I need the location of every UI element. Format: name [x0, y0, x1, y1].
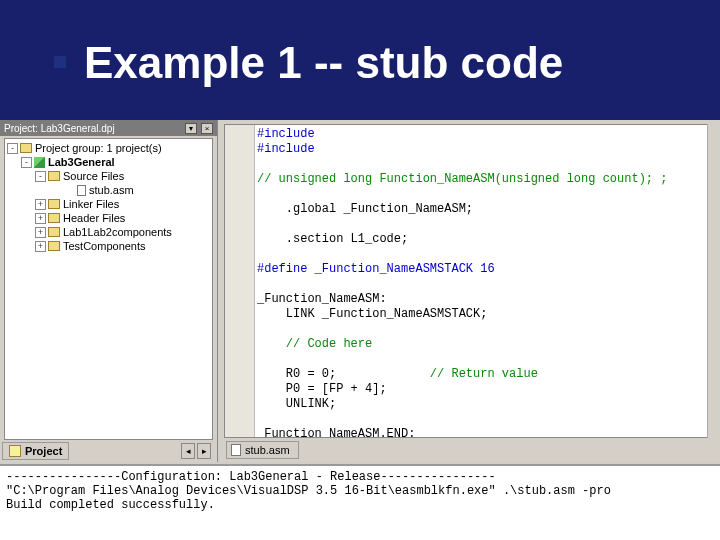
tree-expander[interactable]: + [35, 199, 46, 210]
project-tab[interactable]: Project [2, 442, 69, 460]
project-tree[interactable]: - Project group: 1 project(s) - Lab3Gene… [4, 138, 213, 440]
project-tab-scroll-left[interactable]: ◂ [181, 443, 195, 459]
tree-item[interactable]: +Header Files [7, 211, 212, 225]
tree-item[interactable]: +TestComponents [7, 239, 212, 253]
editor-tab[interactable]: stub.asm [226, 441, 299, 459]
tree-item-label: Source Files [63, 170, 124, 182]
folder-icon [48, 171, 60, 181]
project-panel: Project: Lab3General.dpj ▾ × - Project g… [0, 120, 218, 462]
tree-item[interactable]: -Source Files [7, 169, 212, 183]
tree-item-label: Header Files [63, 212, 125, 224]
project-tab-icon [9, 445, 21, 457]
project-group-icon [20, 143, 32, 153]
tree-item[interactable]: +Lab1Lab2components [7, 225, 212, 239]
console-line: ----------------Configuration: Lab3Gener… [6, 470, 496, 484]
ide-window: Project: Lab3General.dpj ▾ × - Project g… [0, 120, 720, 540]
tree-item-label: Linker Files [63, 198, 119, 210]
editor-vertical-scrollbar[interactable] [707, 124, 720, 438]
folder-icon [48, 213, 60, 223]
project-tab-scroll-right[interactable]: ▸ [197, 443, 211, 459]
build-output-console[interactable]: ----------------Configuration: Lab3Gener… [0, 464, 720, 540]
project-titlebar-text: Project: Lab3General.dpj [4, 123, 115, 134]
console-line: Build completed successfully. [6, 498, 215, 512]
project-root-label[interactable]: Lab3General [48, 156, 115, 168]
folder-icon [48, 227, 60, 237]
tree-expander[interactable]: - [21, 157, 32, 168]
tree-expander[interactable]: + [35, 241, 46, 252]
editor-tab-label: stub.asm [245, 444, 290, 456]
project-tab-label: Project [25, 445, 62, 457]
editor-code[interactable]: #include #include // unsigned long Funct… [257, 127, 719, 437]
tree-expander[interactable]: - [7, 143, 18, 154]
title-bullet-icon [54, 56, 66, 68]
project-titlebar: Project: Lab3General.dpj ▾ × [0, 120, 217, 136]
tree-expander[interactable]: + [35, 227, 46, 238]
editor-panel: #include #include // unsigned long Funct… [220, 120, 720, 462]
project-root-icon [34, 157, 45, 168]
console-line: "C:\Program Files\Analog Devices\VisualD… [6, 484, 611, 498]
editor-gutter [225, 125, 255, 437]
project-group-label: Project group: 1 project(s) [35, 142, 162, 154]
project-pin-button[interactable]: ▾ [185, 123, 197, 134]
file-icon [231, 444, 241, 456]
tree-expander[interactable]: - [35, 171, 46, 182]
tree-item[interactable]: stub.asm [7, 183, 212, 197]
tree-item[interactable]: +Linker Files [7, 197, 212, 211]
tree-item-label: Lab1Lab2components [63, 226, 172, 238]
folder-icon [48, 241, 60, 251]
file-icon [77, 185, 86, 196]
tree-expander[interactable]: + [35, 213, 46, 224]
slide-title: Example 1 -- stub code [84, 38, 563, 88]
folder-icon [48, 199, 60, 209]
tree-item-label: TestComponents [63, 240, 146, 252]
tree-item-label: stub.asm [89, 184, 134, 196]
editor-area[interactable]: #include #include // unsigned long Funct… [224, 124, 720, 438]
project-close-button[interactable]: × [201, 123, 213, 134]
